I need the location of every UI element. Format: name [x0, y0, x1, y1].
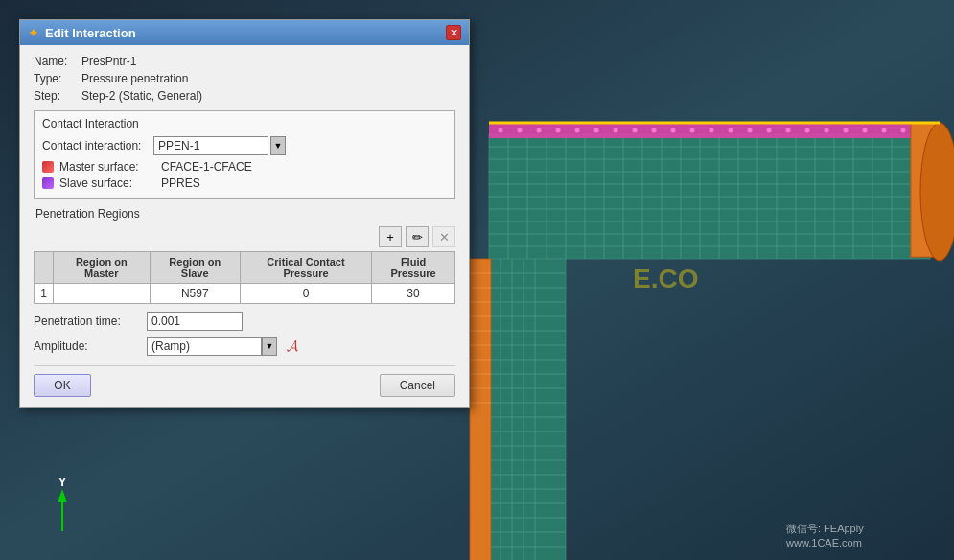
- name-row: Name: PresPntr-1: [34, 55, 455, 68]
- amplitude-controls: ▼ 𝓐: [147, 337, 298, 356]
- delete-row-button[interactable]: ✕: [432, 226, 455, 247]
- svg-point-68: [920, 123, 954, 261]
- slave-surface-label: Slave surface:: [59, 176, 155, 190]
- add-row-button[interactable]: +: [379, 226, 402, 247]
- col-index: [35, 252, 54, 284]
- svg-point-49: [786, 128, 791, 133]
- dialog-titlebar: ✦ Edit Interaction ✕: [20, 20, 469, 45]
- master-surface-icon: [42, 161, 54, 173]
- svg-point-46: [729, 128, 733, 133]
- edit-interaction-dialog: ✦ Edit Interaction ✕ Name: PresPntr-1 Ty…: [19, 19, 470, 408]
- row-region-master: [54, 284, 151, 304]
- row-region-slave: N597: [150, 284, 240, 304]
- svg-point-50: [805, 128, 810, 133]
- axis-y-arrow: [58, 489, 67, 502]
- amplitude-input[interactable]: [147, 337, 262, 356]
- contact-interaction-arrow[interactable]: ▼: [270, 136, 286, 155]
- svg-point-55: [901, 128, 906, 133]
- svg-point-36: [537, 128, 542, 133]
- penetration-time-label: Penetration time:: [34, 315, 139, 328]
- contact-interaction-title: Contact Interaction: [42, 117, 447, 130]
- dialog-body: Name: PresPntr-1 Type: Pressure penetrat…: [20, 45, 469, 407]
- svg-point-38: [575, 128, 580, 133]
- svg-point-42: [652, 128, 657, 133]
- svg-text:E.CO: E.CO: [633, 264, 698, 293]
- master-surface-label: Master surface:: [59, 160, 155, 174]
- svg-point-44: [690, 128, 695, 133]
- svg-point-51: [825, 128, 829, 133]
- col-fluid-pressure: Fluid Pressure: [372, 252, 455, 284]
- name-value: PresPntr-1: [81, 55, 136, 68]
- penetration-regions-section: Penetration Regions + ✏ ✕ Region on Mast…: [34, 207, 455, 304]
- svg-point-41: [633, 128, 638, 133]
- axis-y-line: [61, 502, 63, 531]
- master-surface-value: CFACE-1-CFACE: [161, 160, 252, 174]
- slave-surface-icon: [42, 177, 54, 189]
- row-index: 1: [35, 284, 54, 304]
- amplitude-select-wrap: ▼: [147, 337, 277, 356]
- table-row[interactable]: 1 N597 0 30: [35, 284, 455, 304]
- penetration-time-row: Penetration time:: [34, 312, 455, 331]
- svg-point-35: [518, 128, 523, 133]
- name-label: Name:: [34, 55, 81, 68]
- col-critical-pressure: Critical Contact Pressure: [240, 252, 371, 284]
- svg-rect-95: [470, 259, 491, 560]
- svg-point-47: [748, 128, 753, 133]
- amplitude-arrow[interactable]: ▼: [262, 337, 277, 356]
- row-critical-pressure: 0: [240, 284, 371, 304]
- svg-point-34: [499, 128, 503, 133]
- type-value: Pressure penetration: [81, 72, 188, 85]
- type-row: Type: Pressure penetration: [34, 72, 455, 85]
- contact-interaction-row: Contact interaction: ▼: [42, 136, 447, 155]
- svg-point-52: [844, 128, 849, 133]
- contact-interaction-label: Contact interaction:: [42, 139, 148, 152]
- penetration-time-input[interactable]: [147, 312, 243, 331]
- slave-surface-value: PPRES: [161, 176, 200, 190]
- svg-point-37: [556, 128, 561, 133]
- step-row: Step: Step-2 (Static, General): [34, 89, 455, 103]
- dialog-icon: ✦: [28, 25, 39, 40]
- dialog-title: Edit Interaction: [45, 26, 136, 40]
- contact-interaction-section: Contact Interaction Contact interaction:…: [34, 110, 455, 199]
- dialog-buttons: OK Cancel: [34, 365, 455, 397]
- titlebar-left: ✦ Edit Interaction: [28, 25, 136, 40]
- edit-row-button[interactable]: ✏: [406, 226, 429, 247]
- contact-interaction-input[interactable]: [153, 136, 268, 155]
- svg-point-43: [671, 128, 676, 133]
- svg-text:www.1CAE.com: www.1CAE.com: [785, 537, 862, 548]
- axis-y-label: Y: [58, 475, 67, 489]
- svg-point-39: [594, 128, 599, 133]
- master-surface-row: Master surface: CFACE-1-CFACE: [42, 160, 447, 174]
- col-region-master: Region on Master: [54, 252, 151, 284]
- row-fluid-pressure: 30: [372, 284, 455, 304]
- axis-indicator: Y: [58, 475, 67, 531]
- svg-point-54: [882, 128, 887, 133]
- amplitude-graph-button[interactable]: 𝓐: [287, 338, 298, 355]
- dialog-close-button[interactable]: ✕: [446, 25, 461, 40]
- svg-text:微信号: FEApply: 微信号: FEApply: [786, 523, 864, 534]
- amplitude-row: Amplitude: ▼ 𝓐: [34, 337, 455, 356]
- amplitude-label: Amplitude:: [34, 339, 139, 353]
- step-value: Step-2 (Static, General): [81, 89, 202, 103]
- ok-button[interactable]: OK: [34, 374, 91, 397]
- type-label: Type:: [34, 72, 81, 85]
- penetration-toolbar: + ✏ ✕: [34, 226, 455, 247]
- penetration-regions-title: Penetration Regions: [34, 207, 455, 221]
- col-region-slave: Region on Slave: [150, 252, 240, 284]
- slave-surface-row: Slave surface: PPRES: [42, 176, 447, 190]
- contact-interaction-select[interactable]: ▼: [153, 136, 286, 155]
- svg-point-48: [767, 128, 772, 133]
- svg-point-53: [863, 128, 868, 133]
- step-label: Step:: [34, 89, 81, 103]
- cancel-button[interactable]: Cancel: [380, 374, 455, 397]
- penetration-table: Region on Master Region on Slave Critica…: [34, 251, 455, 304]
- svg-point-45: [710, 128, 714, 133]
- svg-point-40: [614, 128, 618, 133]
